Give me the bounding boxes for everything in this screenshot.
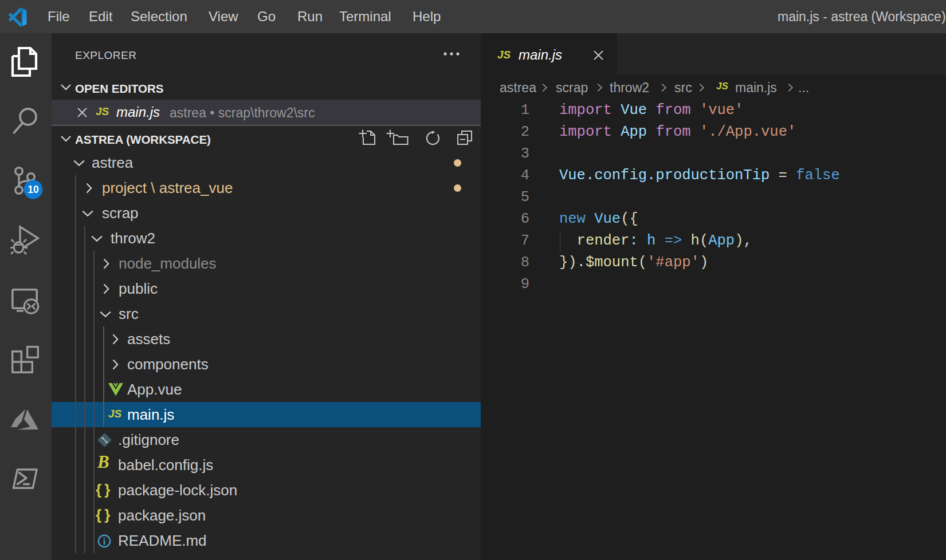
svg-text:i: i bbox=[103, 537, 106, 546]
svg-text:10: 10 bbox=[28, 184, 39, 195]
